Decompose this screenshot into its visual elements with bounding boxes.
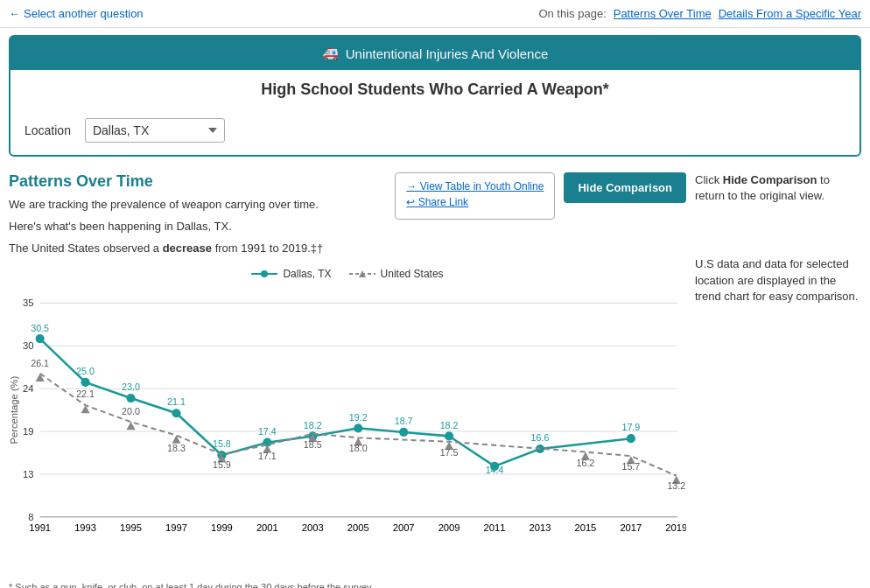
svg-text:1999: 1999	[211, 522, 233, 533]
svg-point-34	[81, 378, 89, 387]
category-title: Unintentional Injuries And Violence	[346, 46, 549, 61]
patterns-desc3: The United States observed a decrease fr…	[9, 240, 323, 258]
svg-text:17.9: 17.9	[621, 422, 640, 432]
footnotes: * Such as a gun, knife, or club, on at l…	[9, 580, 686, 588]
header-box: 🚑 Unintentional Injuries And Violence Hi…	[9, 35, 861, 157]
patterns-desc1: We are tracking the prevalence of weapon…	[9, 196, 323, 214]
svg-text:15.7: 15.7	[621, 461, 640, 472]
chart-area: 35 30 24 19 13 8 Percentage (%)	[9, 285, 686, 573]
details-link[interactable]: Details From a Specific Year	[719, 7, 861, 20]
svg-text:13.2: 13.2	[667, 481, 685, 492]
svg-text:30.5: 30.5	[31, 323, 49, 333]
annotation-top: Click Hide Comparison to return to the o…	[695, 172, 861, 204]
svg-text:35: 35	[23, 298, 33, 309]
svg-text:18.2: 18.2	[440, 420, 459, 430]
svg-text:1997: 1997	[165, 522, 187, 533]
svg-text:2005: 2005	[347, 522, 369, 533]
annotation-bottom: U.S data and data for selected location …	[695, 256, 861, 304]
right-annotation-panel: Click Hide Comparison to return to the o…	[686, 172, 861, 588]
svg-text:18.7: 18.7	[395, 416, 413, 426]
location-label: Location	[25, 123, 71, 137]
svg-text:14.4: 14.4	[486, 465, 504, 475]
svg-point-33	[36, 334, 45, 343]
share-link[interactable]: ↩ Share Link	[406, 196, 544, 208]
svg-text:2007: 2007	[393, 522, 415, 533]
patterns-over-time-link[interactable]: Patterns Over Time	[614, 7, 712, 20]
svg-text:1995: 1995	[120, 522, 142, 533]
svg-text:2001: 2001	[256, 522, 278, 533]
hide-comparison-button[interactable]: Hide Comparison	[564, 172, 686, 203]
svg-text:23.0: 23.0	[122, 382, 140, 393]
svg-text:22.1: 22.1	[76, 389, 95, 400]
vehicle-icon: 🚑	[322, 46, 339, 61]
svg-text:18.0: 18.0	[349, 444, 368, 454]
svg-text:15.9: 15.9	[213, 459, 231, 470]
svg-text:19: 19	[23, 426, 33, 437]
svg-text:15.8: 15.8	[213, 439, 231, 450]
svg-point-45	[627, 434, 635, 443]
svg-text:2019: 2019	[665, 522, 686, 533]
svg-text:16.2: 16.2	[577, 458, 595, 468]
svg-text:18.3: 18.3	[167, 444, 186, 454]
annotation-top-part1: Click	[695, 173, 723, 186]
header-title-bar: 🚑 Unintentional Injuries And Violence	[11, 37, 859, 70]
on-this-page-label: On this page:	[538, 7, 606, 20]
svg-text:25.0: 25.0	[76, 366, 95, 376]
svg-text:18.5: 18.5	[304, 440, 322, 451]
svg-text:20.0: 20.0	[122, 406, 140, 416]
svg-text:16.6: 16.6	[531, 433, 550, 444]
links-box: → View Table in Youth Online ↩ Share Lin…	[395, 172, 555, 220]
svg-text:1991: 1991	[29, 522, 51, 533]
svg-text:24: 24	[23, 384, 33, 395]
svg-text:2011: 2011	[484, 522, 506, 533]
svg-text:2003: 2003	[302, 522, 324, 533]
svg-text:21.1: 21.1	[167, 397, 186, 408]
svg-text:2017: 2017	[620, 522, 642, 533]
svg-text:2013: 2013	[530, 522, 551, 533]
footnote-star: * Such as a gun, knife, or club, on at l…	[9, 580, 686, 588]
svg-text:2009: 2009	[439, 522, 460, 533]
svg-text:17.4: 17.4	[258, 426, 277, 437]
view-table-link[interactable]: → View Table in Youth Online	[406, 180, 544, 192]
svg-point-1	[261, 270, 268, 277]
svg-text:30: 30	[23, 341, 33, 352]
top-nav: Select another question On this page: Pa…	[0, 0, 870, 28]
svg-point-40	[354, 424, 362, 433]
svg-text:1993: 1993	[74, 522, 96, 533]
svg-text:Percentage (%): Percentage (%)	[9, 376, 19, 444]
svg-text:13: 13	[23, 469, 33, 480]
svg-point-42	[445, 432, 453, 441]
annotation-bold: Hide Comparison	[723, 173, 817, 186]
svg-text:17.5: 17.5	[440, 447, 459, 458]
svg-point-36	[172, 410, 180, 418]
legend-us: United States	[349, 268, 444, 280]
svg-point-35	[126, 394, 135, 402]
svg-text:2015: 2015	[574, 522, 596, 533]
svg-point-41	[399, 428, 408, 437]
svg-text:8: 8	[28, 512, 33, 522]
back-link[interactable]: Select another question	[9, 7, 144, 20]
svg-text:18.2: 18.2	[304, 420, 322, 430]
svg-text:17.1: 17.1	[258, 451, 277, 461]
patterns-title: Patterns Over Time	[9, 172, 323, 191]
patterns-desc2: Here's what's been happening in Dallas, …	[9, 218, 323, 236]
legend-dallas: Dallas, TX	[251, 268, 331, 280]
svg-text:19.2: 19.2	[349, 412, 368, 423]
svg-text:26.1: 26.1	[31, 358, 49, 368]
header-subtitle: High School Students Who Carried A Weapo…	[11, 70, 859, 109]
location-select[interactable]: Dallas, TX	[85, 118, 225, 143]
